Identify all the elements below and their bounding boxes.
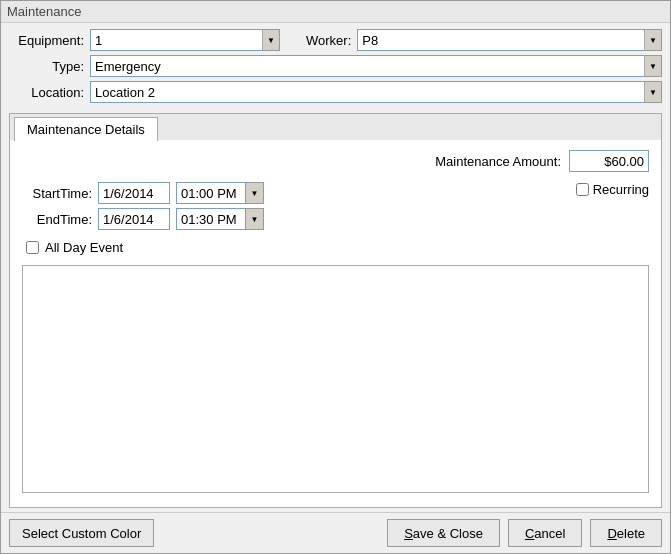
equipment-worker-row: Equipment: ▼ Worker: ▼ [9,29,662,51]
recurring-col: Recurring [576,182,649,197]
type-label: Type: [9,59,84,74]
start-time-input[interactable] [176,182,246,204]
start-time-label: StartTime: [22,186,92,201]
select-custom-color-button[interactable]: Select Custom Color [9,519,154,547]
title-text: Maintenance [7,4,81,19]
all-day-row: All Day Event [22,240,649,255]
maintenance-amount-label: Maintenance Amount: [435,154,561,169]
recurring-checkbox[interactable] [576,183,589,196]
type-input[interactable] [90,55,662,77]
equipment-input[interactable] [90,29,280,51]
dropdown-icon: ▼ [251,189,259,198]
end-date-input[interactable] [98,208,170,230]
start-time-row: StartTime: ▼ [22,182,264,204]
end-time-input[interactable] [176,208,246,230]
all-day-label: All Day Event [45,240,123,255]
start-time-dropdown-btn[interactable]: ▼ [246,182,264,204]
end-time-dropdown-btn[interactable]: ▼ [246,208,264,230]
cancel-button[interactable]: Cancel [508,519,582,547]
time-recurring-row: StartTime: ▼ EndTime: [22,182,649,230]
end-time-wrapper: ▼ [176,208,264,230]
notes-input[interactable] [23,266,648,492]
worker-input[interactable] [357,29,662,51]
save-close-button[interactable]: Save & Close [387,519,500,547]
tab-header: Maintenance Details [10,114,661,140]
main-window: Maintenance Equipment: ▼ Worker: ▼ Type: [0,0,671,554]
equipment-label: Equipment: [9,33,84,48]
delete-button[interactable]: Delete [590,519,662,547]
save-close-label: Save & Close [404,526,483,541]
tab-panel: Maintenance Details Maintenance Amount: … [9,113,662,508]
notes-text-area[interactable] [22,265,649,493]
cancel-label: Cancel [525,526,565,541]
custom-color-label: Select Custom Color [22,526,141,541]
maintenance-amount-row: Maintenance Amount: [22,150,649,172]
recurring-label: Recurring [593,182,649,197]
type-row: Type: ▼ [9,55,662,77]
maintenance-amount-input[interactable] [569,150,649,172]
delete-label: Delete [607,526,645,541]
form-area: Equipment: ▼ Worker: ▼ Type: ▼ [1,23,670,109]
location-input[interactable] [90,81,662,103]
end-time-label: EndTime: [22,212,92,227]
bottom-bar: Select Custom Color Save & Close Cancel … [1,512,670,553]
dropdown-icon: ▼ [251,215,259,224]
end-time-row: EndTime: ▼ [22,208,264,230]
tab-label: Maintenance Details [27,122,145,137]
location-row: Location: ▼ [9,81,662,103]
time-fields-col: StartTime: ▼ EndTime: [22,182,264,230]
maintenance-details-tab[interactable]: Maintenance Details [14,117,158,141]
worker-label: Worker: [306,33,351,48]
all-day-checkbox[interactable] [26,241,39,254]
start-time-wrapper: ▼ [176,182,264,204]
location-label: Location: [9,85,84,100]
window-title: Maintenance [1,1,670,23]
start-date-input[interactable] [98,182,170,204]
tab-content: Maintenance Amount: StartTime: ▼ [10,140,661,507]
